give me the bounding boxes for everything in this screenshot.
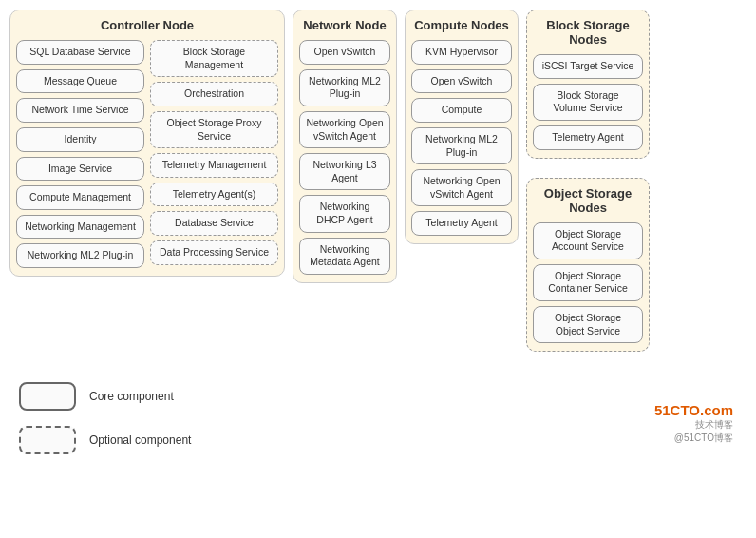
component-box: Networking ML2 Plug-in xyxy=(299,69,390,106)
legend-core: Core component xyxy=(19,382,191,411)
block-storage-comps: iSCSI Target ServiceBlock Storage Volume… xyxy=(533,54,643,150)
legend-optional: Optional component xyxy=(19,426,191,454)
watermark-line2: 技术博客 xyxy=(654,418,733,432)
component-box: Object Storage Object Service xyxy=(533,306,643,343)
network-comps: Open vSwitchNetworking ML2 Plug-inNetwor… xyxy=(299,40,390,275)
component-box: SQL Database Service xyxy=(16,40,144,65)
block-storage-title: Block Storage Nodes xyxy=(533,18,643,47)
component-box: Object Storage Proxy Service xyxy=(150,111,278,148)
component-box: Block Storage Volume Service xyxy=(533,84,643,121)
component-box: Telemetry Management xyxy=(150,153,278,178)
component-box: Open vSwitch xyxy=(411,69,512,94)
component-box: Compute xyxy=(411,98,512,123)
controller-inner: SQL Database ServiceMessage QueueNetwork… xyxy=(16,40,278,268)
controller-col1: SQL Database ServiceMessage QueueNetwork… xyxy=(16,40,144,268)
component-box: Network Time Service xyxy=(16,98,144,123)
legend-dashed-box xyxy=(19,426,76,454)
legend-solid-box xyxy=(19,382,76,411)
component-box: Networking Management xyxy=(16,215,144,240)
object-storage-nodes: Object Storage Nodes Object Storage Acco… xyxy=(526,178,650,353)
component-box: Telemetry Agent xyxy=(533,125,643,150)
object-storage-comps: Object Storage Account ServiceObject Sto… xyxy=(533,222,643,344)
network-node-title: Network Node xyxy=(299,18,390,32)
legend-core-label: Core component xyxy=(89,390,174,403)
legend: Core component Optional component xyxy=(9,382,191,454)
component-box: Message Queue xyxy=(16,69,144,94)
watermark-line1: 51CTO.com xyxy=(654,402,733,418)
component-box: iSCSI Target Service xyxy=(533,54,643,79)
network-node: Network Node Open vSwitchNetworking ML2 … xyxy=(293,10,397,283)
component-box: Networking Open vSwitch Agent xyxy=(411,169,512,206)
component-box: Block Storage Management xyxy=(150,40,278,77)
component-box: Telemetry Agent(s) xyxy=(150,183,278,207)
watermark: 51CTO.com 技术博客 @51CTO博客 xyxy=(654,402,733,445)
component-box: Data Processing Service xyxy=(150,240,278,265)
compute-nodes: Compute Nodes KVM HypervisorOpen vSwitch… xyxy=(405,10,519,244)
compute-comps: KVM HypervisorOpen vSwitchComputeNetwork… xyxy=(411,40,512,236)
block-storage-nodes: Block Storage Nodes iSCSI Target Service… xyxy=(526,10,650,159)
right-column: Block Storage Nodes iSCSI Target Service… xyxy=(526,10,650,352)
component-box: Open vSwitch xyxy=(299,40,390,65)
object-storage-title: Object Storage Nodes xyxy=(533,186,643,215)
component-box: Object Storage Container Service xyxy=(533,264,643,301)
component-box: Networking L3 Agent xyxy=(299,153,390,190)
component-box: Orchestration xyxy=(150,82,278,106)
bottom-section: Core component Optional component 51CTO.… xyxy=(9,365,747,454)
component-box: Networking Open vSwitch Agent xyxy=(299,111,390,148)
component-box: Database Service xyxy=(150,211,278,236)
legend-optional-label: Optional component xyxy=(89,433,191,447)
component-box: Networking ML2 Plug-in xyxy=(411,127,512,164)
component-box: Object Storage Account Service xyxy=(533,222,643,259)
watermark-line3: @51CTO博客 xyxy=(654,432,733,445)
compute-nodes-title: Compute Nodes xyxy=(411,18,512,32)
component-box: Compute Management xyxy=(16,185,144,210)
controller-col2: Block Storage ManagementOrchestrationObj… xyxy=(150,40,278,268)
component-box: Telemetry Agent xyxy=(411,211,512,236)
component-box: Networking DHCP Agent xyxy=(299,195,390,232)
component-box: KVM Hypervisor xyxy=(411,40,512,65)
component-box: Networking Metadata Agent xyxy=(299,238,390,275)
component-box: Image Service xyxy=(16,157,144,182)
controller-node-title: Controller Node xyxy=(16,18,278,32)
component-box: Networking ML2 Plug-in xyxy=(16,243,144,268)
component-box: Identity xyxy=(16,127,144,152)
controller-node: Controller Node SQL Database ServiceMess… xyxy=(9,10,285,277)
